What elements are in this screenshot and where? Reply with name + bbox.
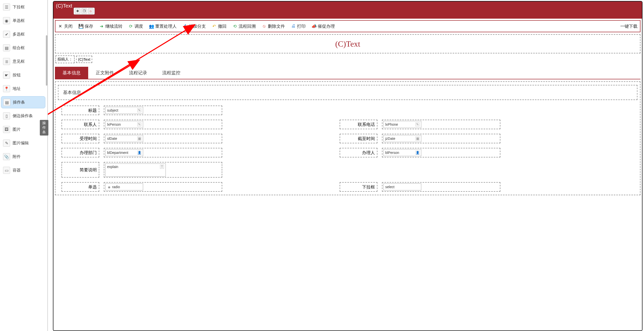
sidebar-item-dropdown[interactable]: ☰ 下拉框 [1, 1, 45, 13]
sidebar-item-opinion[interactable]: ≣ 意见框 [1, 55, 45, 68]
component-palette-sidebar: ☰ 下拉框 ◉ 单选框 ✔ 多选框 ▤ 组合框 ≣ 意见框 ☛ 按钮 📍 地址 … [0, 0, 48, 331]
actionbar-icon: ▤ [3, 99, 10, 106]
tab-body[interactable]: 基本信息 标题 subject✎ 联系人 lxPerson✎ 联系电话 [55, 81, 640, 195]
sidebar-item-combobox[interactable]: ▤ 组合框 [1, 42, 45, 54]
sidebar-item-label: 侧边操作条 [13, 113, 33, 119]
close-button[interactable]: ✕关闭 [58, 22, 73, 30]
side-actionbar-icon: ▯ [3, 112, 10, 119]
save-button[interactable]: 💾保存 [79, 22, 93, 30]
tb-label: 撤回 [218, 23, 227, 29]
sidebar-item-radio[interactable]: ◉ 单选框 [1, 15, 45, 27]
section-title-wrap[interactable]: 基本信息 [58, 85, 637, 100]
sidebar-item-side-actionbar[interactable]: ▯ 侧边操作条 [1, 110, 45, 122]
field-contact[interactable]: lxPerson✎ [104, 120, 222, 129]
label-department[interactable]: 办理部门 [61, 148, 99, 157]
label-deadline[interactable]: 截至时间 [340, 134, 377, 143]
action-toolbar[interactable]: ✕关闭 💾保存 ➜继续流转 ⟳调度 👥重置处理人 ❮增加分支 ↶撤回 ⟲流程回溯… [55, 20, 640, 32]
sidebar-item-address[interactable]: 📍 地址 [1, 83, 45, 95]
sidebar-item-label: 操作条 [13, 100, 25, 105]
sidebar-item-label: 下拉框 [13, 5, 25, 10]
header-redband[interactable]: (C)Text ✥ ❐ ⦸ [53, 2, 642, 19]
label-text: 办理人 [362, 150, 375, 156]
field-value: lxPerson [107, 122, 121, 126]
textarea-icon: T [160, 165, 164, 169]
field-handler[interactable]: blPerson👤 [382, 148, 500, 157]
dispatch-icon: ⟳ [128, 24, 133, 28]
label-explain[interactable]: 简要说明 [61, 162, 99, 178]
field-phone[interactable]: lxPhone✎ [382, 120, 500, 129]
title-block[interactable]: (C)Text [55, 34, 640, 53]
field-department[interactable]: blDepartment👤 [104, 148, 222, 157]
radio-dot-icon: ◉ [107, 185, 111, 189]
pin-icon: 📍 [3, 85, 10, 92]
recall-button[interactable]: ↶撤回 [212, 22, 227, 30]
tb-label: 打印 [297, 23, 306, 29]
field-select[interactable]: select [382, 182, 500, 192]
dropdown-icon: ☰ [3, 4, 10, 11]
field-subject[interactable]: subject✎ [104, 106, 222, 115]
sidebar-item-label: 单选框 [13, 18, 25, 23]
field-value: subject [107, 108, 118, 112]
label-contact[interactable]: 联系人 [61, 120, 99, 129]
label-text: 下拉框 [362, 184, 375, 190]
label-subject[interactable]: 标题 [61, 106, 99, 115]
label-text: 联系电话 [358, 122, 375, 127]
sidebar-item-actionbar[interactable]: ▤ 操作条 [1, 96, 45, 108]
dispatch-button[interactable]: ⟳调度 [128, 22, 143, 30]
drafter-label[interactable]: 拟稿人： [55, 55, 75, 63]
tab-basic-info[interactable]: 基本信息 [55, 67, 88, 79]
field-value: radio [112, 185, 120, 189]
move-handle-icon[interactable]: ✥ [75, 8, 80, 14]
flow-backtrack-button[interactable]: ⟲流程回溯 [233, 22, 256, 30]
label-handler[interactable]: 办理人 [340, 148, 377, 157]
sidebar-item-image[interactable]: 🖼 图片 [1, 123, 45, 136]
field-deadline[interactable]: jzDate▦ [382, 134, 500, 143]
image-edit-icon: ✎ [3, 140, 10, 147]
attachment-icon: 📎 [3, 153, 10, 160]
image-icon: 🖼 [3, 126, 10, 133]
sidebar-item-image-edit[interactable]: ✎ 图片编辑 [1, 137, 45, 149]
tab-body-attachment[interactable]: 正文附件 [88, 67, 121, 79]
label-text: 联系人 [84, 122, 97, 127]
edit-icon: ✎ [137, 108, 141, 112]
sidebar-item-container[interactable]: ▭ 容器 [1, 164, 45, 176]
field-accept-date[interactable]: slDate▦ [104, 134, 222, 143]
urge-button[interactable]: 📣催促办理 [312, 22, 335, 30]
sidebar-item-attachment[interactable]: 📎 附件 [1, 151, 45, 163]
tab-flow-record[interactable]: 流程记录 [121, 67, 155, 79]
field-value: blDepartment [107, 151, 128, 155]
download-all-button[interactable]: 一键下载 [620, 22, 637, 30]
sidebar-item-button[interactable]: ☛ 按钮 [1, 69, 45, 81]
field-explain[interactable]: explainT [104, 162, 222, 178]
delete-icon[interactable]: ⦸ [88, 8, 93, 14]
sidebar-item-label: 意见框 [13, 59, 25, 64]
edit-icon: ✎ [137, 122, 141, 126]
tab-flow-monitor[interactable]: 流程监控 [155, 67, 188, 79]
field-radio[interactable]: ◉ radio [104, 182, 222, 192]
sidebar-item-checkbox[interactable]: ✔ 多选框 [1, 28, 45, 40]
tooltip: 操作条 [40, 120, 48, 136]
continue-flow-button[interactable]: ➜继续流转 [99, 22, 122, 30]
radio-icon: ◉ [3, 17, 10, 24]
tb-label: 催促办理 [318, 23, 335, 29]
tb-label: 调度 [135, 23, 143, 29]
sidebar-item-label: 图片 [13, 127, 21, 132]
combobox-icon: ▤ [3, 44, 10, 51]
reset-handler-button[interactable]: 👥重置处理人 [149, 22, 177, 30]
label-accept-date[interactable]: 受理时间 [61, 134, 99, 143]
add-branch-button[interactable]: ❮增加分支 [183, 22, 206, 30]
print-button[interactable]: 🖨打印 [291, 22, 306, 30]
delete-file-button[interactable]: ⦸删除文件 [262, 22, 285, 30]
field-value: slDate [107, 137, 117, 141]
drafter-value[interactable]: (C)Text [76, 56, 92, 63]
tb-label: 保存 [85, 23, 93, 29]
label-radio[interactable]: 单选 [61, 182, 99, 192]
label-phone[interactable]: 联系电话 [340, 120, 377, 129]
megaphone-icon: 📣 [312, 24, 316, 28]
form-grid: 标题 subject✎ 联系人 lxPerson✎ 联系电话 lxPhone✎ [58, 106, 637, 192]
tb-label: 继续流转 [105, 23, 122, 29]
flow-icon: ➜ [99, 24, 104, 28]
label-select[interactable]: 下拉框 [340, 182, 377, 192]
copy-icon[interactable]: ❐ [81, 8, 87, 14]
label-text: 办理部门 [80, 150, 97, 156]
